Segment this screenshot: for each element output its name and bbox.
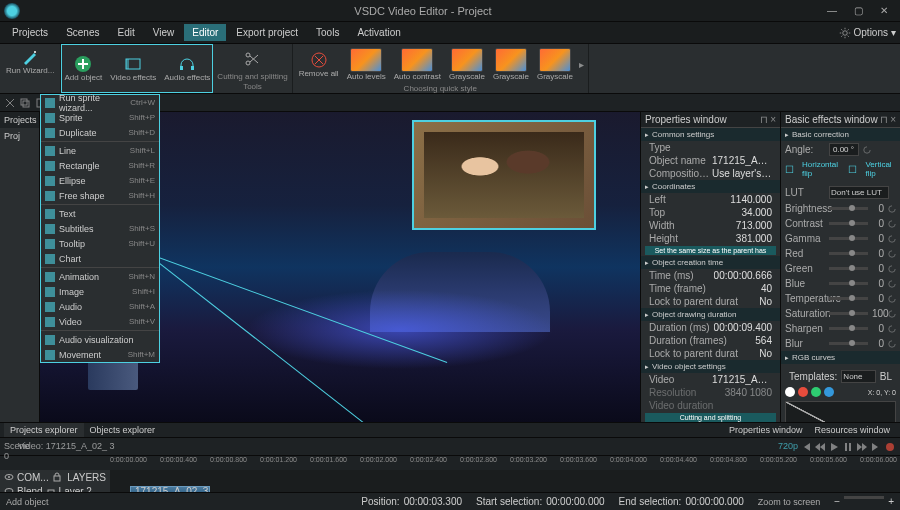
run-wizard-button[interactable]: Run Wizard...	[4, 46, 56, 77]
menu-projects[interactable]: Projects	[4, 24, 56, 41]
auto-levels-button[interactable]: Auto levels	[345, 46, 388, 83]
curve-channel-red[interactable]	[798, 387, 808, 397]
blur-slider[interactable]	[829, 342, 868, 345]
menu-activation[interactable]: Activation	[349, 24, 408, 41]
lut-select[interactable]: Don't use LUT	[829, 186, 889, 199]
resolution-badge[interactable]: 720p	[778, 441, 798, 453]
overlay-video-clip[interactable]	[412, 120, 596, 230]
gamma-slider[interactable]	[829, 237, 868, 240]
reset-icon[interactable]	[888, 250, 896, 258]
maximize-button[interactable]: ▢	[846, 2, 870, 20]
template-select[interactable]: None	[841, 370, 875, 383]
reset-icon[interactable]	[863, 146, 871, 154]
cut-icon[interactable]	[4, 97, 16, 109]
lock-icon[interactable]	[52, 472, 62, 482]
cutting-button[interactable]	[238, 48, 266, 70]
blue-slider[interactable]	[829, 282, 868, 285]
menu-item-movement[interactable]: MovementShift+M	[41, 347, 159, 362]
grayscale-button-2[interactable]: Grayscale	[491, 46, 531, 83]
menu-item-run-sprite-wizard-[interactable]: Run sprite wizard...Ctrl+W	[41, 95, 159, 110]
basic-correction-section[interactable]: Basic correction	[781, 128, 900, 141]
properties-header[interactable]: Properties window ⊓×	[641, 112, 780, 128]
height-value[interactable]: 381.000	[736, 233, 772, 244]
minimize-button[interactable]: —	[820, 2, 844, 20]
sharpen-slider[interactable]	[829, 327, 868, 330]
left-value[interactable]: 1140.000	[730, 194, 772, 205]
clip-label[interactable]: Video: 171215_A_02_ 3	[18, 441, 114, 453]
menu-scenes[interactable]: Scenes	[58, 24, 107, 41]
comp-value[interactable]: Use layer's properties	[712, 168, 772, 179]
objects-explorer-tab[interactable]: Objects explorer	[84, 423, 162, 437]
close-icon[interactable]: ×	[770, 114, 776, 125]
saturation-slider[interactable]	[829, 312, 868, 315]
play-icon[interactable]	[828, 441, 840, 453]
curve-channel-blue[interactable]	[824, 387, 834, 397]
chevron-right-icon[interactable]: ▸	[579, 59, 584, 70]
close-icon[interactable]: ×	[890, 114, 896, 125]
green-slider[interactable]	[829, 267, 868, 270]
reset-icon[interactable]	[888, 220, 896, 228]
menu-item-free-shape[interactable]: Free shapeShift+H	[41, 188, 159, 203]
close-button[interactable]: ✕	[872, 2, 896, 20]
grayscale-button-1[interactable]: Grayscale	[447, 46, 487, 83]
skip-end-icon[interactable]	[870, 441, 882, 453]
menu-item-subtitles[interactable]: SubtitlesShift+S	[41, 221, 159, 236]
resources-tab[interactable]: Resources window	[808, 423, 896, 437]
coordinates-section[interactable]: Coordinates	[641, 180, 780, 193]
reset-icon[interactable]	[888, 205, 896, 213]
reset-icon[interactable]	[888, 310, 896, 318]
remove-all-button[interactable]: Remove all	[297, 49, 341, 80]
menu-item-audio-visualization[interactable]: Audio visualization	[41, 332, 159, 347]
width-value[interactable]: 713.000	[736, 220, 772, 231]
video-settings-section[interactable]: Video object settings	[641, 360, 780, 373]
reset-icon[interactable]	[888, 325, 896, 333]
grayscale-button-3[interactable]: Grayscale	[535, 46, 575, 83]
rewind-icon[interactable]	[814, 441, 826, 453]
audio-effects-button[interactable]: Audio effects	[162, 53, 212, 84]
menu-item-line[interactable]: LineShift+L	[41, 143, 159, 158]
same-size-button[interactable]: Set the same size as the parent has	[645, 246, 776, 255]
cut-split-button[interactable]: Cutting and splitting	[645, 413, 776, 422]
zoom-to-screen-button[interactable]: Zoom to screen	[758, 497, 821, 507]
curve-channel-white[interactable]	[785, 387, 795, 397]
zoom-in-icon[interactable]: +	[888, 496, 894, 507]
reset-icon[interactable]	[888, 280, 896, 288]
menu-editor[interactable]: Editor	[184, 24, 226, 41]
reset-icon[interactable]	[888, 340, 896, 348]
eye-icon[interactable]	[4, 472, 14, 482]
menu-item-duplicate[interactable]: DuplicateShift+D	[41, 125, 159, 140]
menu-tools[interactable]: Tools	[308, 24, 347, 41]
pin-icon[interactable]: ⊓	[880, 114, 888, 125]
zoom-slider[interactable]	[844, 496, 884, 499]
projects-panel-header[interactable]: Projects	[0, 112, 39, 128]
timeline-ruler[interactable]: 0:00:00.0000:00:00.4000:00:00.8000:00:01…	[0, 456, 900, 470]
pin-icon[interactable]: ⊓	[760, 114, 768, 125]
menu-item-chart[interactable]: Chart	[41, 251, 159, 266]
red-slider[interactable]	[829, 252, 868, 255]
creation-time-section[interactable]: Object creation time	[641, 256, 780, 269]
angle-input[interactable]: 0.00 °	[829, 143, 859, 156]
reset-icon[interactable]	[888, 295, 896, 303]
effects-header[interactable]: Basic effects window ⊓×	[781, 112, 900, 128]
brightness-slider[interactable]	[829, 207, 868, 210]
rgb-curves-section[interactable]: RGB curves	[781, 351, 900, 364]
menu-item-sprite[interactable]: SpriteShift+P	[41, 110, 159, 125]
reset-icon[interactable]	[888, 235, 896, 243]
drawing-duration-section[interactable]: Object drawing duration	[641, 308, 780, 321]
curves-graph[interactable]	[785, 401, 896, 422]
curve-channel-green[interactable]	[811, 387, 821, 397]
menu-item-image[interactable]: ImageShift+I	[41, 284, 159, 299]
temperature-slider[interactable]	[829, 297, 868, 300]
menu-item-video[interactable]: VideoShift+V	[41, 314, 159, 329]
zoom-out-icon[interactable]: −	[834, 496, 840, 507]
reset-icon[interactable]	[888, 265, 896, 273]
properties-tab[interactable]: Properties window	[723, 423, 809, 437]
menu-item-audio[interactable]: AudioShift+A	[41, 299, 159, 314]
copy-icon[interactable]	[19, 97, 31, 109]
skip-start-icon[interactable]	[800, 441, 812, 453]
scene-label[interactable]: Scene 0	[4, 441, 16, 453]
options-button[interactable]: Options ▾	[839, 27, 896, 39]
common-settings-section[interactable]: Common settings	[641, 128, 780, 141]
menu-item-rectangle[interactable]: RectangleShift+R	[41, 158, 159, 173]
menu-item-tooltip[interactable]: TooltipShift+U	[41, 236, 159, 251]
